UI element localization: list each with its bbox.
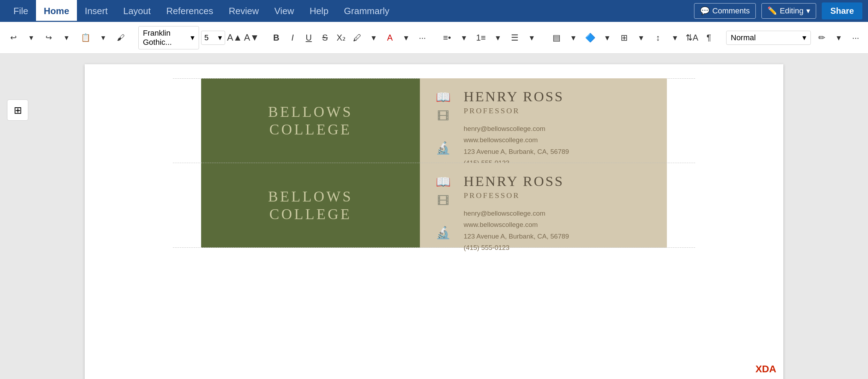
list-group: ≡• ▾ 1≡ ▾ ☰ ▾ [440, 30, 539, 45]
underline-button[interactable]: U [301, 30, 316, 45]
comment-icon: 💬 [700, 6, 710, 16]
tab-view[interactable]: View [266, 0, 302, 22]
card-2-phone: (415) 555-0123 [464, 242, 654, 253]
card-2-website: www.bellowscollege.com [464, 219, 654, 230]
style-selector[interactable]: Normal ▾ [726, 31, 811, 45]
document-page: BELLOWSCOLLEGE 📖 🎞 🔬 HENRY ROSS PROFESSO… [85, 64, 783, 379]
share-label: Share [830, 6, 854, 16]
shading-dropdown-button[interactable]: ▾ [600, 30, 615, 45]
redo-dropdown-button[interactable]: ▾ [59, 30, 74, 46]
card-1-contact: henry@bellowscollege.com www.bellowscoll… [464, 123, 654, 169]
card-1-icons: 📖 🎞 🔬 [433, 88, 454, 153]
clipboard-group: 📋 ▾ 🖌 [78, 30, 128, 46]
decrease-font-button[interactable]: A▼ [244, 30, 259, 45]
tab-view-label: View [274, 6, 294, 17]
font-name-label: Franklin Gothic... [143, 29, 189, 47]
xda-watermark: XDA [755, 363, 776, 375]
ribbon: ↩ ▾ ↪ ▾ 📋 ▾ 🖌 Franklin Gothic... ▾ 5 ▾ A… [0, 22, 868, 54]
sidebar-icon: ⊞ [14, 104, 22, 116]
shading-button[interactable]: 🔷 [583, 30, 598, 45]
book-icon-2: 📖 [436, 176, 451, 188]
styles-group: Normal ▾ [726, 31, 811, 45]
tab-insert[interactable]: Insert [77, 0, 115, 22]
card-1-college-name: BELLOWSCOLLEGE [268, 103, 353, 139]
editor-group: ✏ ▾ ··· [814, 30, 863, 45]
show-marks-button[interactable]: ¶ [701, 30, 716, 45]
numbered-list-button[interactable]: 1≡ [474, 30, 488, 45]
card-2-icons: 📖 🎞 🔬 [433, 173, 454, 238]
font-group: Franklin Gothic... ▾ 5 ▾ A▲ A▼ [138, 26, 259, 49]
font-size-dropdown-icon: ▾ [218, 33, 222, 42]
cut-line-bottom-2 [173, 247, 695, 248]
font-selector[interactable]: Franklin Gothic... ▾ [138, 26, 199, 49]
font-size-selector[interactable]: 5 ▾ [201, 31, 225, 45]
tab-help[interactable]: Help [302, 0, 336, 22]
card-2-title: PROFESSOR [464, 191, 654, 200]
italic-button[interactable]: I [285, 30, 300, 45]
align-dropdown-button[interactable]: ▾ [566, 30, 581, 45]
font-size-label: 5 [204, 33, 209, 42]
card-2-email: henry@bellowscollege.com [464, 208, 654, 219]
card-2-left: BELLOWSCOLLEGE [201, 163, 420, 248]
cards-container: BELLOWSCOLLEGE 📖 🎞 🔬 HENRY ROSS PROFESSO… [201, 78, 667, 248]
comments-button[interactable]: 💬 Comments [694, 3, 756, 19]
card-1-info: HENRY ROSS PROFESSOR henry@bellowscolleg… [464, 88, 654, 153]
bullet-list-dropdown-button[interactable]: ▾ [457, 30, 471, 45]
tab-layout[interactable]: Layout [115, 0, 158, 22]
more-font-button[interactable]: ··· [415, 30, 430, 45]
style-dropdown-icon: ▾ [802, 33, 806, 42]
borders-button[interactable]: ⊞ [617, 30, 632, 45]
tab-file-label: File [13, 6, 28, 17]
numbered-list-dropdown-button[interactable]: ▾ [490, 30, 505, 45]
format-painter-button[interactable]: 🖌 [113, 30, 128, 46]
highlight-dropdown-button[interactable]: ▾ [366, 30, 381, 45]
subscript-button[interactable]: X₂ [334, 30, 349, 45]
tab-grammarly[interactable]: Grammarly [336, 0, 397, 22]
bold-button[interactable]: B [269, 30, 284, 45]
tab-help-label: Help [309, 6, 328, 17]
tab-review-label: Review [229, 6, 259, 17]
card-1-website: www.bellowscollege.com [464, 134, 654, 146]
comments-label: Comments [712, 6, 750, 16]
bullet-list-button[interactable]: ≡• [440, 30, 454, 45]
undo-dropdown-button[interactable]: ▾ [23, 30, 39, 46]
card-2-info: HENRY ROSS PROFESSOR henry@bellowscolleg… [464, 173, 654, 238]
tab-home[interactable]: Home [36, 0, 77, 22]
card-1-address: 123 Avenue A, Burbank, CA, 56789 [464, 146, 654, 157]
sort-button[interactable]: ⇅A [685, 30, 699, 45]
tab-file[interactable]: File [6, 0, 36, 22]
font-dropdown-icon: ▾ [191, 33, 194, 42]
film-reel-icon: 🎞 [437, 110, 449, 122]
title-bar-left: File Home Insert Layout References Revie… [6, 0, 397, 22]
style-name-label: Normal [731, 33, 756, 42]
card-1-email: henry@bellowscollege.com [464, 123, 654, 134]
tab-review[interactable]: Review [221, 0, 266, 22]
more-ribbon-button[interactable]: ··· [848, 30, 863, 45]
card-row-1: BELLOWSCOLLEGE 📖 🎞 🔬 HENRY ROSS PROFESSO… [201, 78, 667, 163]
font-color-dropdown-button[interactable]: ▾ [399, 30, 414, 45]
multilevel-list-dropdown-button[interactable]: ▾ [524, 30, 539, 45]
increase-font-button[interactable]: A▲ [227, 30, 242, 45]
borders-dropdown-button[interactable]: ▾ [634, 30, 649, 45]
line-spacing-dropdown-button[interactable]: ▾ [668, 30, 682, 45]
card-1-right: 📖 🎞 🔬 HENRY ROSS PROFESSOR henry@bellows… [420, 78, 667, 163]
clipboard-dropdown-button[interactable]: ▾ [95, 30, 111, 46]
tab-references[interactable]: References [158, 0, 221, 22]
align-button[interactable]: ▤ [549, 30, 564, 45]
clipboard-button[interactable]: 📋 [78, 30, 93, 46]
multilevel-list-button[interactable]: ☰ [507, 30, 522, 45]
title-bar-right: 💬 Comments ✏️ Editing ▾ Share [694, 2, 862, 19]
highlight-color-button[interactable]: 🖊 [350, 30, 365, 45]
strikethrough-button[interactable]: S [318, 30, 332, 45]
redo-button[interactable]: ↪ [41, 30, 56, 46]
editor-button[interactable]: ✏ [814, 30, 829, 45]
lab-icon: 🔬 [436, 142, 451, 154]
editing-button[interactable]: ✏️ Editing ▾ [761, 3, 816, 19]
card-1-name: HENRY ROSS [464, 88, 654, 105]
share-button[interactable]: Share [822, 2, 862, 19]
font-color-button[interactable]: A [382, 30, 397, 45]
editor-dropdown-button[interactable]: ▾ [831, 30, 846, 45]
sidebar-toggle-button[interactable]: ⊞ [7, 100, 28, 121]
undo-button[interactable]: ↩ [6, 30, 21, 46]
line-spacing-button[interactable]: ↕ [651, 30, 665, 45]
